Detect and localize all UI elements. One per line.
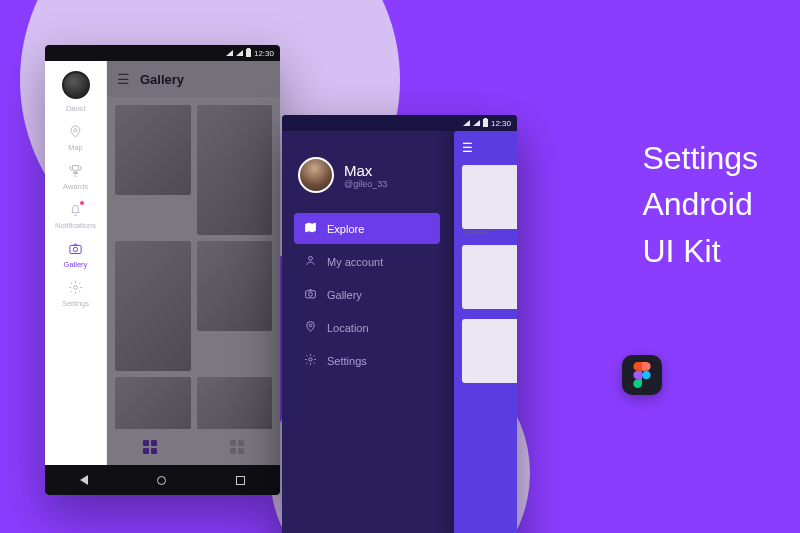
gallery-tile[interactable] [197, 241, 273, 331]
battery-icon [483, 119, 488, 127]
home-icon[interactable] [157, 476, 166, 485]
avatar[interactable] [62, 71, 90, 99]
figma-icon [633, 362, 651, 388]
card-thumb [462, 165, 517, 229]
headline-line: UI Kit [642, 228, 758, 274]
svg-point-4 [309, 256, 313, 260]
background-screen-peek: ☰ Camera C [454, 131, 517, 533]
person-icon [304, 254, 317, 269]
svg-point-9 [642, 371, 651, 380]
drawer-item-gallery[interactable]: Gallery [294, 279, 440, 310]
sidebar-item-profile[interactable]: David [45, 100, 106, 117]
phone-mockup-light: 12:30 David Map Awards Notifications Gal… [45, 45, 280, 495]
sidebar-item-awards[interactable]: Awards [45, 159, 106, 195]
phone-mockup-dark: 12:30 Max @gileo_33 Explore My account [282, 115, 517, 533]
page-title: Gallery [140, 72, 184, 87]
figma-badge [622, 355, 662, 395]
drawer-item-settings[interactable]: Settings [294, 345, 440, 376]
gear-icon [304, 353, 317, 368]
status-time: 12:30 [254, 49, 274, 58]
user-handle: @gileo_33 [344, 179, 387, 189]
svg-point-8 [309, 358, 312, 361]
notification-dot [80, 201, 84, 205]
svg-rect-5 [306, 291, 316, 298]
hamburger-icon[interactable]: ☰ [462, 141, 517, 155]
svg-rect-1 [70, 245, 81, 253]
svg-point-6 [309, 292, 313, 296]
avatar [298, 157, 334, 193]
nav-drawer: Max @gileo_33 Explore My account Gallery [282, 131, 452, 533]
gallery-tile[interactable] [115, 105, 191, 195]
sidebar-item-label: Awards [63, 182, 88, 191]
drawer-item-label: My account [327, 256, 383, 268]
bottom-toolbar [107, 429, 280, 465]
sidebar-item-gallery[interactable]: Gallery [45, 237, 106, 273]
card-label: Camera C [462, 229, 517, 235]
gallery-grid [107, 97, 280, 455]
signal-icon [226, 50, 233, 56]
app-header: ☰ Gallery [107, 61, 280, 97]
status-bar: 12:30 [45, 45, 280, 61]
sidebar-item-label: Gallery [64, 260, 88, 269]
status-bar: 12:30 [282, 115, 517, 131]
card-thumb [462, 245, 517, 309]
trophy-icon [68, 163, 83, 180]
back-icon[interactable] [80, 475, 88, 485]
sidebar-item-notifications[interactable]: Notifications [45, 198, 106, 234]
recent-icon[interactable] [236, 476, 245, 485]
sidebar-item-label: Settings [62, 299, 89, 308]
drawer-item-label: Settings [327, 355, 367, 367]
sidebar-item-settings[interactable]: Settings [45, 276, 106, 312]
android-navbar [45, 465, 280, 495]
camera-icon [304, 287, 317, 302]
bell-icon [68, 202, 83, 219]
svg-point-2 [73, 247, 77, 251]
battery-icon [246, 49, 251, 57]
headline-line: Settings [642, 135, 758, 181]
hero-headline: Settings Android UI Kit [642, 135, 758, 274]
drawer-item-label: Gallery [327, 289, 362, 301]
sidebar-item-map[interactable]: Map [45, 120, 106, 156]
grid-view-alt-icon[interactable] [230, 440, 244, 454]
svg-point-7 [309, 324, 312, 327]
status-time: 12:30 [491, 119, 511, 128]
signal-icon [473, 120, 480, 126]
drawer-profile[interactable]: Max @gileo_33 [282, 157, 452, 213]
drawer-item-location[interactable]: Location [294, 312, 440, 343]
gallery-tile[interactable] [197, 105, 273, 235]
sidebar-item-label: Map [68, 143, 83, 152]
drawer-item-label: Explore [327, 223, 364, 235]
signal-icon [236, 50, 243, 56]
gear-icon [68, 280, 83, 297]
card-thumb [462, 319, 517, 383]
hamburger-icon[interactable]: ☰ [117, 71, 130, 87]
drawer-item-explore[interactable]: Explore [294, 213, 440, 244]
gallery-tile[interactable] [115, 241, 191, 371]
drawer-item-account[interactable]: My account [294, 246, 440, 277]
camera-icon [68, 241, 83, 258]
svg-point-3 [74, 286, 78, 290]
sidebar-rail: David Map Awards Notifications Gallery S… [45, 61, 107, 465]
svg-point-0 [74, 129, 77, 132]
headline-line: Android [642, 181, 758, 227]
main-content-dimmed: ☰ Gallery [107, 61, 280, 465]
pin-icon [68, 124, 83, 141]
sidebar-item-label: Notifications [55, 221, 96, 230]
signal-icon [463, 120, 470, 126]
drawer-menu: Explore My account Gallery Location Sett… [282, 213, 452, 376]
pin-icon [304, 320, 317, 335]
map-icon [304, 221, 317, 236]
sidebar-item-label: David [66, 104, 85, 113]
drawer-item-label: Location [327, 322, 369, 334]
user-name: Max [344, 162, 387, 179]
grid-view-icon[interactable] [143, 440, 157, 454]
